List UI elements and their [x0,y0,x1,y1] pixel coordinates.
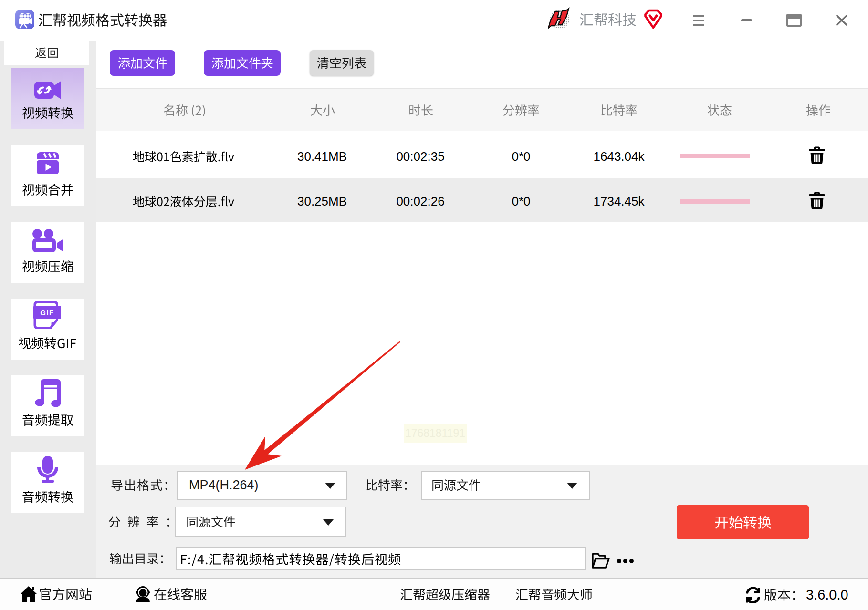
svg-text:GIF: GIF [40,309,54,317]
